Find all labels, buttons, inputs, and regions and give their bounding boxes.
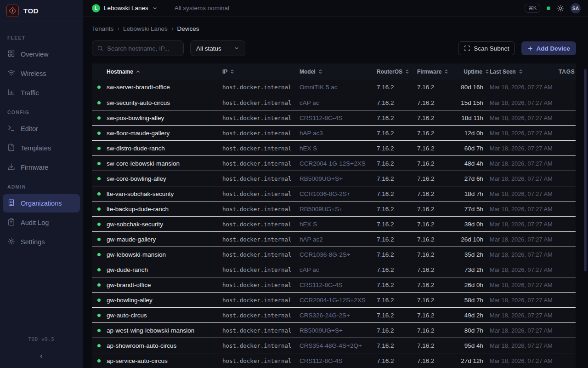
sidebar-item-editor[interactable]: Editor	[3, 120, 80, 138]
uptime-cell: 27d 12h	[453, 357, 490, 364]
table-row[interactable]: sw-security-auto-circus host.docker.inte…	[92, 95, 576, 110]
vertical-scrollbar-thumb[interactable]	[584, 69, 587, 271]
table-row[interactable]: sw-distro-dude-ranch host.docker.interna…	[92, 140, 576, 155]
model-cell: CCR2004-1G-12S+2XS	[300, 160, 377, 167]
model-cell: CCR1036-8G-2S+	[300, 251, 377, 258]
last-seen-cell: Mar 18, 2026, 07:27 AM	[490, 357, 559, 364]
column-header-uptime[interactable]: Uptime	[453, 69, 490, 75]
connection-status-dot	[547, 6, 550, 10]
search-input[interactable]	[107, 45, 179, 52]
table-row[interactable]: gw-maude-gallery host.docker.internal hA…	[92, 231, 576, 247]
model-cell: hAP ac2	[300, 236, 377, 243]
table-row[interactable]: gw-bowling-alley host.docker.internal CC…	[92, 292, 576, 307]
ip-cell: host.docker.internal	[222, 175, 300, 182]
last-seen-cell: Mar 18, 2026, 07:27 AM	[490, 327, 559, 334]
table-row[interactable]: sw-pos-bowling-alley host.docker.interna…	[92, 110, 576, 125]
sidebar-item-firmware[interactable]: Firmware	[3, 158, 80, 177]
table-row[interactable]: gw-dude-ranch host.docker.internal cAP a…	[92, 262, 576, 277]
device-status-cell	[97, 101, 107, 104]
sidebar-item-audit-log[interactable]: Audit Log	[3, 213, 80, 232]
online-status-dot	[97, 101, 101, 104]
sidebar-item-wireless[interactable]: Wireless	[3, 64, 80, 83]
sidebar-item-settings[interactable]: Settings	[3, 233, 80, 251]
sidebar-collapse-button[interactable]	[0, 348, 83, 365]
table-row[interactable]: sw-floor-maude-gallery host.docker.inter…	[92, 125, 576, 140]
chevron-right-icon: ›	[171, 25, 174, 32]
firmware-cell: 7.16.2	[417, 130, 453, 137]
firmware-cell: 7.16.2	[417, 84, 453, 91]
table-row[interactable]: sw-core-bowling-alley host.docker.intern…	[92, 171, 576, 186]
ip-cell: host.docker.internal	[222, 115, 300, 121]
command-palette-shortcut[interactable]: ⌘K	[525, 4, 540, 13]
routeros-cell: 7.16.2	[377, 342, 417, 349]
sidebar-item-label: Organizations	[21, 200, 62, 207]
topbar-separator	[166, 4, 166, 12]
device-status-cell	[97, 223, 107, 226]
ip-cell: host.docker.internal	[222, 206, 300, 213]
sidebar-item-traffic[interactable]: Traffic	[3, 84, 80, 102]
sidebar-item-overview[interactable]: Overview	[3, 45, 80, 63]
add-device-button[interactable]: Add Device	[521, 41, 576, 55]
routeros-cell: 7.16.2	[377, 190, 417, 197]
routeros-cell: 7.16.2	[377, 297, 417, 304]
last-seen-cell: Mar 18, 2026, 07:27 AM	[490, 99, 559, 106]
column-label: Last Seen	[490, 69, 516, 75]
table-row[interactable]: ap-showroom-auto-circus host.docker.inte…	[92, 338, 576, 353]
breadcrumb-tenants[interactable]: Tenants	[92, 25, 113, 32]
table-row[interactable]: sw-server-brandt-office host.docker.inte…	[92, 80, 576, 95]
uptime-cell: 80d 7h	[453, 327, 490, 334]
online-status-dot	[97, 192, 101, 196]
column-header-hostname[interactable]: Hostname	[107, 69, 222, 75]
online-status-dot	[97, 207, 101, 211]
routeros-cell: 7.16.2	[377, 236, 417, 243]
last-seen-cell: Mar 18, 2026, 07:27 AM	[490, 221, 559, 228]
app-title: TOD	[23, 7, 39, 15]
device-status-cell	[97, 177, 107, 180]
hostname-cell: sw-core-lebowski-mansion	[107, 160, 222, 167]
user-avatar[interactable]: SA	[571, 3, 581, 13]
sidebar-item-organizations[interactable]: Organizations	[3, 194, 80, 213]
sidebar-item-label: Editor	[21, 125, 38, 132]
topbar-right: ⌘K SA	[525, 3, 581, 13]
table-row[interactable]: gw-auto-circus host.docker.internal CRS3…	[92, 307, 576, 322]
table-row[interactable]: gw-sobchak-security host.docker.internal…	[92, 216, 576, 231]
firmware-cell: 7.16.2	[417, 282, 453, 288]
last-seen-cell: Mar 18, 2026, 07:27 AM	[490, 251, 559, 258]
column-header-model[interactable]: Model	[300, 69, 377, 75]
table-row[interactable]: gw-lebowski-mansion host.docker.internal…	[92, 247, 576, 262]
device-status-cell	[97, 238, 107, 241]
tenant-avatar: L	[92, 4, 100, 12]
column-header-routeros[interactable]: RouterOS	[377, 69, 417, 75]
table-row[interactable]: lte-backup-dude-ranch host.docker.intern…	[92, 201, 576, 216]
model-cell: RB5009UG+S+	[300, 206, 377, 213]
routeros-cell: 7.16.2	[377, 282, 417, 288]
table-row[interactable]: ap-service-auto-circus host.docker.inter…	[92, 353, 576, 368]
logo-row: TOD	[0, 0, 83, 22]
tenant-switcher[interactable]: L Lebowski Lanes	[92, 4, 158, 12]
ip-cell: host.docker.internal	[222, 221, 300, 228]
table-row[interactable]: sw-core-lebowski-mansion host.docker.int…	[92, 155, 576, 171]
sort-asc-icon	[136, 69, 141, 74]
column-header-last-seen[interactable]: Last Seen	[490, 69, 559, 75]
column-header-firmware[interactable]: Firmware	[417, 69, 453, 75]
theme-toggle-sun-icon[interactable]	[557, 5, 564, 12]
last-seen-cell: Mar 18, 2026, 07:27 AM	[490, 206, 559, 213]
sidebar-item-label: Settings	[21, 238, 45, 246]
column-header-ip[interactable]: IP	[222, 69, 300, 75]
table-row[interactable]: lte-van-sobchak-security host.docker.int…	[92, 186, 576, 201]
hostname-cell: sw-server-brandt-office	[107, 84, 222, 91]
routeros-cell: 7.16.2	[377, 84, 417, 91]
grid-icon	[7, 50, 15, 59]
status-filter-select[interactable]: All status	[190, 40, 245, 56]
sidebar-item-templates[interactable]: Templates	[3, 139, 80, 157]
breadcrumb-tenant-name[interactable]: Lebowski Lanes	[123, 25, 168, 32]
table-row[interactable]: ap-west-wing-lebowski-mansion host.docke…	[92, 322, 576, 338]
table-row[interactable]: gw-brandt-office host.docker.internal CR…	[92, 277, 576, 292]
last-seen-cell: Mar 18, 2026, 07:27 AM	[490, 342, 559, 349]
model-cell: CRS326-24G-2S+	[300, 312, 377, 319]
ip-cell: host.docker.internal	[222, 266, 300, 273]
uptime-cell: 49d 2h	[453, 312, 490, 319]
uptime-cell: 26d 10h	[453, 236, 490, 243]
routeros-cell: 7.16.2	[377, 221, 417, 228]
scan-subnet-button[interactable]: Scan Subnet	[458, 41, 515, 55]
